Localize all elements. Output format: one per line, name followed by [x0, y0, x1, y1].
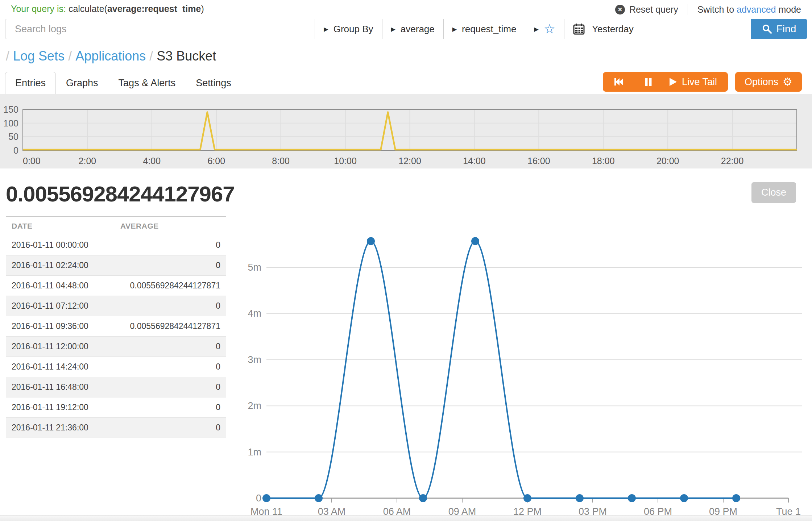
pause-button[interactable]: [634, 77, 663, 87]
chart-data-point: [576, 494, 584, 502]
chart-y-tick-label: 3m: [248, 354, 261, 365]
rewind-icon: [614, 77, 623, 87]
favorite-query-control[interactable]: ▶ ☆: [525, 19, 564, 39]
cell-average: 0: [115, 235, 226, 255]
chart-x-tick-label: Mon 11: [250, 506, 282, 516]
table-row: 2016-01-11 21:36:000: [6, 418, 226, 438]
date-range-picker[interactable]: Yesterday: [564, 19, 751, 39]
function-label: average: [401, 24, 435, 35]
timeline-x-tick-label: 16:00: [527, 156, 550, 166]
toolbar: Live Tail Options ⚙: [603, 72, 802, 92]
chart-data-point: [419, 494, 427, 502]
chart-x-tick-label: 06 PM: [644, 506, 672, 516]
cell-date: 2016-01-11 14:24:00: [6, 357, 115, 377]
column-header-average: AVERAGE: [115, 217, 226, 235]
cell-average: 0: [115, 337, 226, 357]
chart-x-tick-label: 03 AM: [318, 506, 346, 516]
breadcrumb-link-applications[interactable]: Applications: [75, 49, 146, 63]
overall-average-value: 0.005569284244127967: [0, 168, 812, 207]
query-prefix: Your query is:: [11, 4, 66, 14]
query-expression: average:request_time: [107, 4, 201, 14]
table-row: 2016-01-11 16:48:000: [6, 377, 226, 397]
cell-average: 0: [115, 296, 226, 316]
tab-graphs[interactable]: Graphs: [56, 72, 108, 94]
search-icon: [762, 24, 772, 34]
reset-query-button[interactable]: × Reset query: [615, 4, 678, 15]
timeline-x-tick-label: 14:00: [463, 156, 486, 166]
chart-x-tick-label: 09 PM: [709, 506, 737, 516]
cell-average: 0: [115, 357, 226, 377]
chart-data-point: [367, 237, 375, 245]
timeline-x-tick-label: 10:00: [334, 156, 357, 166]
cell-date: 2016-01-11 02:24:00: [6, 255, 115, 276]
play-icon: [669, 77, 677, 87]
switch-mode-text: Switch to advanced mode: [697, 4, 801, 15]
table-header-row: DATE AVERAGE: [6, 217, 226, 235]
average-table: DATE AVERAGE 2016-01-11 00:00:0002016-01…: [6, 217, 226, 438]
chart-x-tick-label: 03 PM: [579, 506, 607, 516]
query-bar-actions: × Reset query Switch to advanced mode: [615, 4, 801, 15]
breadcrumb-current: S3 Bucket: [157, 49, 216, 63]
table-row: 2016-01-11 00:00:000: [6, 235, 226, 255]
table-row: 2016-01-11 12:00:000: [6, 337, 226, 357]
chart-data-point: [732, 494, 740, 502]
cell-date: 2016-01-11 21:36:00: [6, 418, 115, 438]
calculation-results-panel: 0.005569284244127967 Close DATE AVERAGE …: [0, 168, 812, 514]
breadcrumb-link-log-sets[interactable]: Log Sets: [13, 49, 65, 63]
find-button[interactable]: Find: [751, 19, 807, 39]
field-dropdown[interactable]: ▶ request_time: [443, 19, 525, 39]
timeline-x-tick-label: 12:00: [398, 156, 421, 166]
tab-settings[interactable]: Settings: [186, 72, 241, 94]
cell-date: 2016-01-11 12:00:00: [6, 337, 115, 357]
star-icon[interactable]: ☆: [544, 22, 555, 36]
close-button[interactable]: Close: [751, 182, 796, 203]
tab-bar: EntriesGraphsTags & AlertsSettings: [0, 71, 812, 94]
group-by-dropdown[interactable]: ▶ Group By: [315, 19, 382, 39]
query-post: ): [201, 4, 204, 14]
chart-data-point: [680, 494, 688, 502]
chart-data-point: [471, 237, 479, 245]
caret-right-icon: ▶: [324, 26, 328, 33]
reset-query-label: Reset query: [629, 4, 678, 15]
gear-icon: ⚙: [783, 76, 792, 87]
calendar-icon: [573, 23, 585, 35]
timeline-x-tick-label: 20:00: [656, 156, 679, 166]
search-input[interactable]: [5, 19, 315, 39]
chart-series-line: [266, 241, 736, 499]
cell-date: 2016-01-11 16:48:00: [6, 377, 115, 397]
table-row: 2016-01-11 09:36:000.005569284244127871: [6, 316, 226, 337]
tabs-container: EntriesGraphsTags & AlertsSettings: [5, 72, 241, 94]
cell-average: 0.005569284244127871: [115, 316, 226, 337]
options-button[interactable]: Options ⚙: [735, 72, 802, 92]
group-by-label: Group By: [334, 24, 373, 35]
cell-average: 0: [115, 377, 226, 397]
search-bar: ▶ Group By ▶ average ▶ request_time ▶ ☆ …: [5, 19, 807, 39]
tab-entries[interactable]: Entries: [5, 72, 56, 94]
timeline-y-tick-label: 150: [3, 104, 18, 114]
chart-y-tick-label: 5m: [248, 262, 261, 273]
chart-x-tick-label: 12 PM: [513, 506, 542, 516]
tab-tags-alerts[interactable]: Tags & Alerts: [108, 72, 186, 94]
chart-data-point: [628, 494, 636, 502]
find-button-label: Find: [776, 23, 796, 35]
cell-date: 2016-01-11 07:12:00: [6, 296, 115, 316]
chart-y-tick-label: 4m: [248, 308, 261, 319]
table-row: 2016-01-11 14:24:000: [6, 357, 226, 377]
current-query-text: Your query is: calculate(average:request…: [11, 4, 204, 14]
timeline-x-tick-label: 2:00: [79, 156, 96, 166]
timeline-x-tick-label: 18:00: [592, 156, 615, 166]
reset-query-icon: ×: [615, 5, 625, 14]
timeline-y-tick-label: 0: [13, 145, 18, 155]
switch-post: mode: [778, 4, 801, 14]
cell-average: 0: [115, 255, 226, 276]
function-dropdown[interactable]: ▶ average: [382, 19, 443, 39]
live-tail-button[interactable]: Live Tail: [663, 76, 728, 88]
event-timeline-chart[interactable]: 0501001500:002:004:006:008:0010:0012:001…: [0, 94, 812, 168]
cell-average: 0: [115, 397, 226, 418]
table-row: 2016-01-11 07:12:000: [6, 296, 226, 316]
advanced-mode-link[interactable]: advanced: [737, 4, 776, 14]
query-pre: calculate(: [69, 4, 107, 14]
chart-data-point: [523, 494, 531, 502]
skip-to-start-button[interactable]: [603, 77, 634, 87]
topbar-divider: [688, 4, 688, 15]
